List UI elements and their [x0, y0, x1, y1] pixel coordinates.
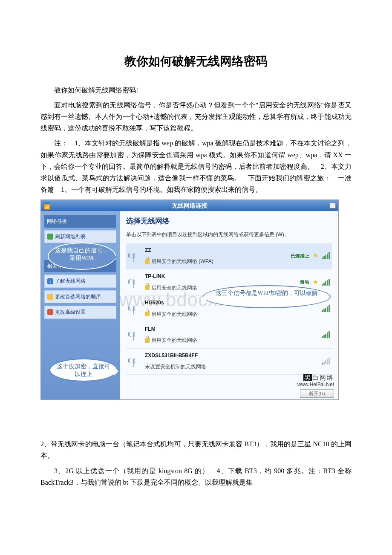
signal-bars-icon	[322, 331, 330, 338]
paragraph-4: 2、带无线网卡的电脑一台（笔记本台式机均可，只要无线网卡兼容 BT3），我用的是…	[40, 438, 352, 461]
minimize-icon	[330, 202, 336, 208]
disconnect-button: 断开(D)	[300, 389, 334, 398]
status-label: 自动	[300, 278, 309, 286]
lock-icon	[145, 312, 150, 316]
annotation-bubble-open: 这个没加密，直接可以连上	[49, 358, 118, 382]
wifi-icon	[43, 202, 50, 209]
sidebar-refresh-label: 刷新网络列表	[55, 232, 86, 241]
security-label: 启用安全的无线网络	[151, 283, 197, 292]
ssid: TP-LINK	[145, 272, 300, 280]
status-label: 已连接上	[291, 252, 309, 260]
antenna-icon	[129, 303, 141, 315]
sidebar-header-tasks: 网络任务	[44, 215, 116, 227]
window-titlebar: 无线网络连接	[41, 200, 338, 211]
sidebar-learn-label: 了解无线网络	[55, 277, 86, 285]
signal-bars-icon	[322, 358, 330, 364]
bubble-text: 这是我自己的信号，采用WPA	[55, 247, 109, 261]
ssid: ZZ	[145, 246, 291, 254]
doc-title: 教你如何破解无线网络密码	[40, 51, 352, 72]
paragraph-5: 3、2G 以上优盘一个（我用的是 kingston 8G 的） 4、下载 BT3…	[40, 465, 352, 488]
paragraph-3: 注： 1、本文针对的无线破解是指 wep 的破解，wpa 破解现在仍是技术难题，…	[40, 137, 352, 195]
brand-url: www.HeiBai.Net	[297, 382, 334, 387]
annotation-bubble-wep: 这三个信号都是WEP加密的，可以破解	[203, 285, 331, 308]
antenna-icon	[129, 355, 141, 367]
sidebar-learn: 了解无线网络	[44, 275, 116, 287]
security-label: 未设置安全机制的无线网络	[145, 362, 206, 371]
security-label: 启用安全的无线网络	[151, 336, 197, 344]
sidebar-advanced: 更改高级设置	[44, 306, 116, 318]
ssid: ZXDSL531BII-B5B4FF	[145, 351, 322, 360]
lock-icon	[145, 338, 150, 343]
lock-icon	[145, 259, 150, 264]
star-icon: ★	[313, 277, 318, 287]
star-icon: ★	[313, 251, 318, 261]
refresh-icon	[47, 234, 53, 240]
annotation-bubble-own-signal: 这是我自己的信号，采用WPA	[48, 243, 116, 270]
star-icon	[47, 294, 53, 300]
bubble-text: 这三个信号都是WEP加密的，可以破解	[216, 290, 318, 296]
sidebar-advanced-label: 更改高级设置	[55, 308, 86, 316]
window-title: 无线网络连接	[172, 202, 208, 209]
sidebar-order-label: 更改首选网络的顺序	[55, 292, 101, 301]
antenna-icon	[129, 329, 141, 341]
brand-watermark: 黑白网络 www.HeiBai.Net	[297, 374, 334, 387]
signal-bars-icon	[322, 305, 330, 312]
paragraph-2: 面对电脑搜索到的无线网络信号，你是否怦然心动？但看到一个个"启用安全的无线网络"…	[40, 99, 352, 134]
info-icon	[47, 278, 53, 284]
antenna-icon	[129, 276, 141, 288]
brand-cn-1: 黑	[303, 374, 312, 381]
antenna-icon	[129, 250, 141, 262]
signal-bars-icon	[322, 279, 330, 286]
bubble-text: 这个没加密，直接可以连上	[57, 363, 110, 377]
network-row: FLM 启用安全的无线网络	[126, 322, 332, 349]
brand-cn-rest: 白网络	[312, 374, 334, 381]
sidebar-order: 更改首选网络的顺序	[44, 290, 116, 303]
network-row: ZZ 启用安全的无线网络 (WPA) 已连接上 ★	[126, 243, 332, 270]
pane-heading: 选择无线网络	[126, 215, 332, 228]
security-label: 启用安全的无线网络 (WPA)	[151, 257, 213, 266]
tool-icon	[47, 309, 53, 315]
signal-bars-icon	[322, 252, 330, 259]
network-row: ZXDSL531BII-B5B4FF 未设置安全机制的无线网络	[126, 349, 332, 375]
security-label: 启用安全的无线网络	[151, 310, 197, 318]
pane-subtext: 单击以下列表中的项目以连接到区域内的无线网络或获得更多信息 (W)。	[126, 230, 332, 239]
screenshot-wifi-dialog: 无线网络连接 网络任务 刷新网络列表 相关任务 了解无线网络 更改首选网络的顺序…	[40, 199, 339, 400]
paragraph-1: 教你如何破解无线网络密码!	[40, 84, 352, 96]
sidebar-refresh: 刷新网络列表	[44, 230, 116, 243]
lock-icon	[145, 285, 150, 290]
ssid: FLM	[145, 325, 322, 333]
